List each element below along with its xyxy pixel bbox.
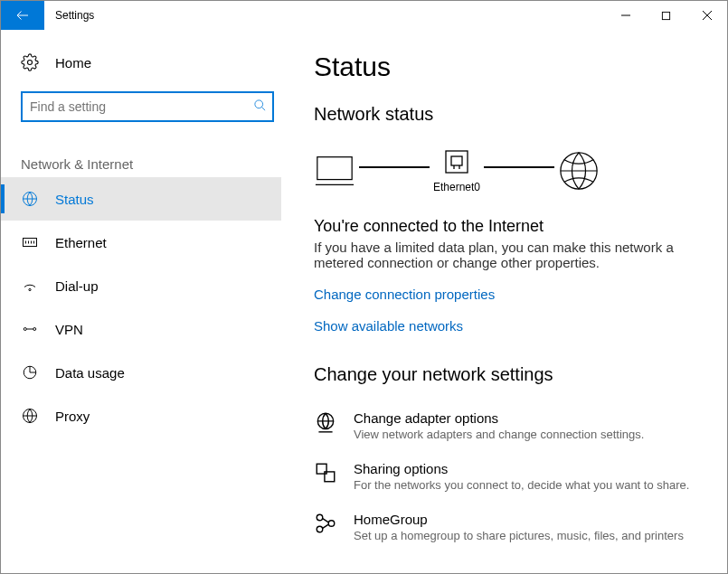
connected-description: If you have a limited data plan, you can… [314,240,676,270]
sidebar-item-ethernet[interactable]: Ethernet [1,221,281,264]
page-title: Status [314,52,705,82]
close-button[interactable] [686,1,727,30]
data-usage-icon [21,363,39,381]
diagram-adapter-label: Ethernet0 [433,181,480,193]
vpn-icon [21,320,39,338]
sidebar-item-dialup[interactable]: Dial-up [1,264,281,307]
svg-point-17 [317,514,323,521]
globe-icon [558,150,600,192]
svg-rect-10 [317,157,352,180]
sidebar: Home Network & Internet Status Ethernet [1,30,281,573]
setting-desc: View network adapters and change connect… [354,428,644,441]
search-input[interactable] [21,91,274,122]
svg-point-2 [255,99,263,108]
sidebar-item-proxy[interactable]: Proxy [1,394,281,438]
sidebar-item-label: Proxy [55,409,90,424]
svg-point-19 [317,526,323,532]
setting-sharing-options[interactable]: Sharing options For the networks you con… [314,452,705,503]
home-button[interactable]: Home [1,41,281,84]
svg-rect-4 [24,239,37,247]
svg-rect-11 [446,151,468,173]
sidebar-item-label: Data usage [55,365,125,381]
setting-title: Change adapter options [354,410,644,426]
setting-adapter-options[interactable]: Change adapter options View network adap… [314,401,705,452]
sidebar-item-label: Status [55,192,94,207]
maximize-button[interactable] [646,1,686,30]
sidebar-group-header: Network & Internet [21,156,281,172]
setting-title: HomeGroup [354,512,684,527]
adapter-options-icon [314,410,339,436]
window-title: Settings [55,9,605,22]
titlebar: Settings [1,1,727,30]
svg-rect-0 [662,12,669,19]
gear-icon [21,53,39,71]
proxy-icon [21,407,39,425]
section-heading-change: Change your network settings [314,364,705,385]
search-icon [253,99,267,116]
computer-icon [314,153,355,189]
diagram-line [359,166,430,168]
svg-point-6 [24,328,26,331]
sidebar-item-status[interactable]: Status [1,177,281,221]
minimize-button[interactable] [605,1,646,30]
sidebar-item-label: Ethernet [55,235,107,250]
ethernet-icon [21,233,39,251]
svg-point-18 [328,521,335,527]
home-label: Home [55,55,91,71]
setting-title: Sharing options [354,461,689,476]
sidebar-item-datausage[interactable]: Data usage [1,351,281,394]
svg-point-7 [33,328,36,331]
setting-desc: Set up a homegroup to share pictures, mu… [354,529,684,542]
svg-point-1 [28,61,33,65]
dialup-icon [21,277,39,295]
main-content: Status Network status Ethernet0 You're c… [281,30,727,573]
setting-desc: For the networks you connect to, decide … [354,478,689,492]
link-change-properties[interactable]: Change connection properties [314,287,705,302]
section-heading-status: Network status [314,104,705,125]
setting-homegroup[interactable]: HomeGroup Set up a homegroup to share pi… [314,503,705,553]
connected-title: You're connected to the Internet [314,217,705,236]
adapter-icon [443,148,470,179]
back-button[interactable] [1,1,44,30]
diagram-line [484,166,554,168]
svg-point-5 [29,288,31,290]
status-icon [21,190,39,208]
sharing-options-icon [314,461,339,486]
sidebar-item-label: Dial-up [55,278,99,294]
network-diagram: Ethernet0 [314,148,705,193]
svg-rect-12 [451,156,462,165]
search-field[interactable] [30,99,253,114]
link-show-networks[interactable]: Show available networks [314,318,705,334]
sidebar-item-label: VPN [55,322,83,337]
sidebar-item-vpn[interactable]: VPN [1,307,281,351]
homegroup-icon [314,512,339,537]
